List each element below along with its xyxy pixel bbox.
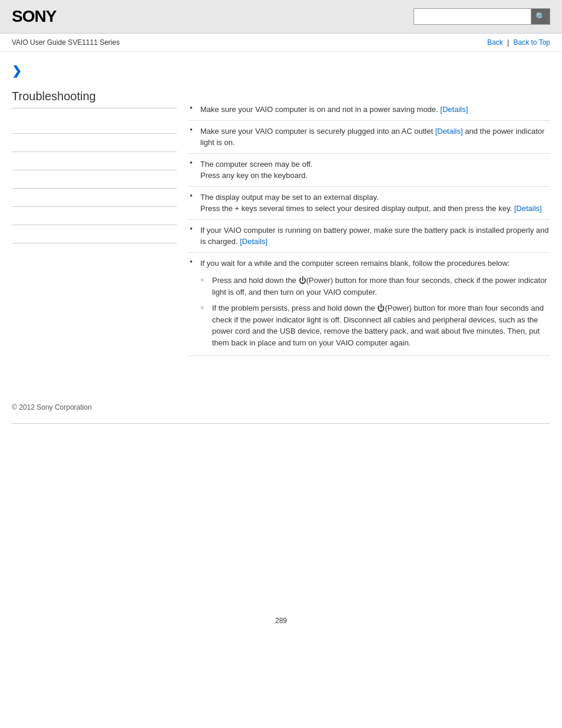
bullet3-line1: The computer screen may be off. (200, 160, 313, 169)
sidebar-item[interactable] (12, 134, 177, 152)
sub-list-item: Press and hold down the ⏻(Power) button … (200, 272, 550, 300)
sub1-text: Press and hold down the ⏻(Power) button … (212, 276, 547, 297)
sidebar-item[interactable] (12, 116, 177, 134)
list-item: Make sure your VAIO computer is on and n… (189, 99, 550, 121)
list-item: If you wait for a while and the computer… (189, 253, 550, 357)
search-button[interactable]: 🔍 (531, 8, 550, 25)
bullet4-line2: Press the + keys several times to select… (200, 204, 512, 213)
chevron-icon: ❯ (12, 64, 177, 78)
list-item: The computer screen may be off. Press an… (189, 154, 550, 187)
bullet6-intro: If you wait for a while and the computer… (200, 259, 510, 268)
sidebar-item[interactable] (12, 189, 177, 207)
guide-title: VAIO User Guide SVE1111 Series (12, 38, 120, 47)
footer: © 2012 Sony Corporation (0, 391, 562, 423)
search-area: 🔍 (414, 8, 550, 25)
content-list: Make sure your VAIO computer is on and n… (189, 99, 550, 356)
copyright-text: © 2012 Sony Corporation (12, 403, 92, 411)
search-icon: 🔍 (535, 12, 546, 21)
sidebar-item[interactable] (12, 152, 177, 170)
bullet2-pre: Make sure your VAIO computer is securely… (200, 127, 433, 136)
bullet4-link[interactable]: [Details] (514, 204, 542, 213)
nav-separator: | (507, 38, 509, 47)
back-link[interactable]: Back (487, 38, 503, 47)
footer-divider (12, 423, 550, 424)
header: SONY 🔍 (0, 0, 562, 34)
sub-list-item: If the problem persists, press and hold … (200, 300, 550, 351)
page-number: 289 (263, 605, 299, 637)
list-item: If your VAIO computer is running on batt… (189, 220, 550, 253)
sidebar-items (12, 116, 177, 243)
sub2-text: If the problem persists, press and hold … (212, 304, 544, 347)
back-to-top-link[interactable]: Back to Top (514, 38, 550, 47)
list-item: Make sure your VAIO computer is securely… (189, 121, 550, 154)
search-input[interactable] (414, 8, 531, 25)
sony-logo: SONY (12, 7, 56, 26)
sidebar-item[interactable] (12, 170, 177, 189)
bullet4-line1: The display output may be set to an exte… (200, 193, 379, 202)
sidebar-item[interactable] (12, 225, 177, 243)
bullet2-link[interactable]: [Details] (435, 127, 463, 136)
sidebar-section-title: Troubleshooting (12, 90, 177, 108)
breadcrumb-bar: VAIO User Guide SVE1111 Series Back | Ba… (0, 34, 562, 52)
bullet3-line2: Press any key on the keyboard. (200, 171, 308, 180)
content-area: Make sure your VAIO computer is on and n… (189, 64, 550, 356)
bullet1-link[interactable]: [Details] (440, 105, 468, 114)
bullet1-text: Make sure your VAIO computer is on and n… (200, 105, 438, 114)
nav-links: Back | Back to Top (487, 38, 550, 47)
sidebar-item[interactable] (12, 207, 177, 225)
main-container: ❯ Troubleshooting Make sure your VAIO co… (0, 52, 562, 368)
sub-list: Press and hold down the ⏻(Power) button … (200, 272, 550, 351)
bullet5-link[interactable]: [Details] (240, 237, 267, 246)
list-item: The display output may be set to an exte… (189, 187, 550, 220)
sidebar: ❯ Troubleshooting (12, 64, 177, 356)
